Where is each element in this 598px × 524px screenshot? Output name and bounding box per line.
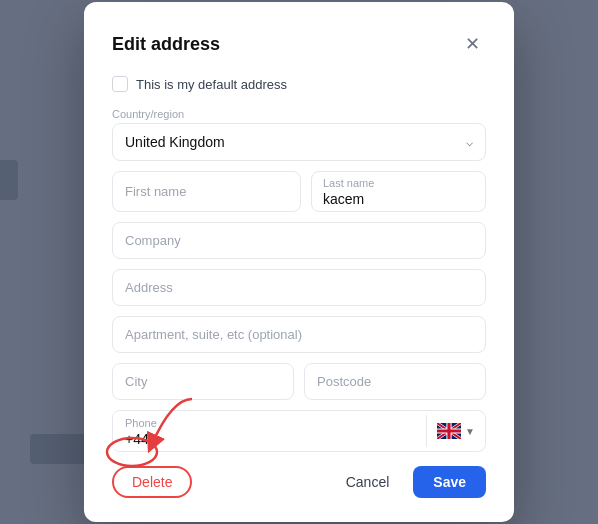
name-row: Last name kacem — [112, 171, 486, 212]
phone-wrapper: Phone ▼ — [112, 410, 486, 452]
phone-input[interactable] — [113, 411, 426, 451]
default-address-label: This is my default address — [136, 77, 287, 92]
country-field-group: Country/region United Kingdom ⌵ — [112, 108, 486, 161]
modal-title: Edit address — [112, 34, 220, 55]
city-postcode-row — [112, 363, 486, 400]
save-button[interactable]: Save — [413, 466, 486, 498]
country-select[interactable]: United Kingdom ⌵ — [112, 123, 486, 161]
uk-flag-icon — [437, 423, 461, 439]
first-name-input[interactable] — [112, 171, 301, 212]
phone-label: Phone — [125, 417, 157, 429]
modal-overlay: Edit address ✕ This is my default addres… — [0, 0, 598, 524]
chevron-down-icon: ⌵ — [466, 135, 473, 149]
address-input[interactable] — [112, 269, 486, 306]
delete-button[interactable]: Delete — [112, 466, 192, 498]
last-name-value: kacem — [323, 191, 364, 207]
cancel-button[interactable]: Cancel — [332, 466, 404, 498]
phone-field-group: Phone ▼ — [112, 410, 486, 452]
phone-flag-button[interactable]: ▼ — [426, 415, 485, 447]
company-input[interactable] — [112, 222, 486, 259]
footer-actions: Cancel Save — [332, 466, 486, 498]
country-value: United Kingdom — [125, 134, 225, 150]
default-address-checkbox[interactable] — [112, 76, 128, 92]
postcode-input[interactable] — [304, 363, 486, 400]
modal-header: Edit address ✕ — [112, 30, 486, 58]
modal-footer: Delete Cancel Save — [112, 466, 486, 498]
edit-address-modal: Edit address ✕ This is my default addres… — [84, 2, 514, 522]
country-label: Country/region — [112, 108, 486, 120]
apartment-input[interactable] — [112, 316, 486, 353]
phone-input-wrapper: Phone — [113, 411, 426, 451]
flag-chevron-icon: ▼ — [465, 426, 475, 437]
last-name-label: Last name — [323, 177, 374, 189]
city-input[interactable] — [112, 363, 294, 400]
default-address-row: This is my default address — [112, 76, 486, 92]
last-name-field-wrapper: Last name kacem — [311, 171, 486, 212]
close-button[interactable]: ✕ — [458, 30, 486, 58]
